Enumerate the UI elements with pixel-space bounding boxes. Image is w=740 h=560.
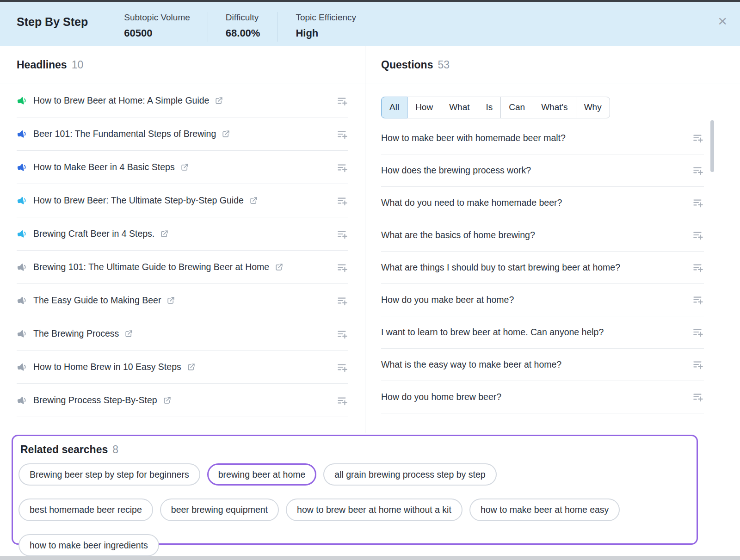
questions-count: 53 [438, 59, 450, 71]
headlines-list: How to Brew Beer at Home: A Simple Guide… [17, 84, 348, 417]
related-search-pill[interactable]: how to brew beer at home without a kit [286, 498, 462, 521]
headline-text[interactable]: The Brewing Process [33, 328, 119, 339]
question-row: How do you home brew beer? [381, 381, 704, 413]
related-search-pill[interactable]: beer brewing equipment [160, 498, 279, 521]
question-text: How do you home brew beer? [381, 392, 501, 402]
close-button[interactable]: × [716, 11, 729, 31]
headline-row: The Brewing Process [17, 317, 348, 351]
tab-can[interactable]: Can [500, 97, 533, 118]
question-text: How does the brewing process work? [381, 165, 531, 176]
headline-row: Beer 101: The Fundamental Steps of Brewi… [17, 117, 348, 151]
questions-scrollbar-thumb[interactable] [710, 120, 714, 172]
megaphone-icon [16, 128, 29, 141]
question-text: How do you make beer at home? [381, 295, 514, 305]
add-to-list-button[interactable] [336, 95, 348, 107]
question-text: What do you need to make homemade beer? [381, 197, 562, 208]
question-row: What do you need to make homemade beer? [381, 187, 704, 219]
tab-whats[interactable]: What's [533, 97, 576, 118]
external-link-icon[interactable] [275, 263, 284, 271]
headline-text[interactable]: Beer 101: The Fundamental Steps of Brewi… [33, 129, 216, 139]
related-search-pill[interactable]: brewing beer at home [207, 463, 317, 486]
tab-why[interactable]: Why [576, 97, 610, 118]
headline-text[interactable]: How to Home Brew in 10 Easy Steps [33, 362, 181, 372]
external-link-icon[interactable] [187, 363, 196, 371]
add-to-list-icon [692, 261, 704, 273]
question-row: I want to learn to brew beer at home. Ca… [381, 316, 704, 349]
questions-panel: Questions 53 All How What Is Can What's … [365, 46, 740, 433]
add-to-list-button[interactable] [692, 229, 704, 241]
external-link-icon[interactable] [166, 296, 175, 305]
add-to-list-button[interactable] [336, 361, 348, 373]
headline-row: The Easy Guide to Making Beer [17, 284, 348, 317]
add-to-list-button[interactable] [692, 358, 704, 370]
megaphone-icon [16, 228, 29, 240]
add-to-list-icon [336, 128, 348, 140]
external-link-icon[interactable] [124, 329, 133, 338]
question-row: What are things I should buy to start br… [381, 252, 704, 284]
external-link-icon[interactable] [215, 96, 223, 105]
question-row: How do you make beer at home? [381, 284, 704, 316]
add-to-list-button[interactable] [336, 228, 348, 240]
headline-text[interactable]: Brewing 101: The Ultimate Guide to Brewi… [33, 262, 269, 272]
headline-row: How to Home Brew in 10 Easy Steps [17, 351, 348, 384]
headline-text[interactable]: How to Make Beer in 4 Basic Steps [33, 162, 175, 172]
related-search-pill[interactable]: how to make beer at home easy [469, 498, 620, 521]
stat-subtopic-volume: Subtopic Volume 60500 [124, 12, 208, 42]
related-search-pill[interactable]: how to make beer ingredients [18, 534, 159, 556]
questions-title: Questions [381, 59, 433, 71]
add-to-list-button[interactable] [336, 295, 348, 307]
stat-label: Subtopic Volume [124, 12, 190, 24]
megaphone-icon [16, 294, 29, 307]
add-to-list-button[interactable] [692, 132, 704, 144]
add-to-list-icon [692, 132, 704, 144]
tab-how[interactable]: How [407, 97, 441, 118]
external-link-icon[interactable] [222, 129, 230, 138]
stat-value: 68.00% [226, 27, 260, 39]
headline-text[interactable]: Brewing Craft Beer in 4 Steps. [33, 228, 154, 239]
add-to-list-button[interactable] [336, 261, 348, 273]
add-to-list-icon [336, 95, 348, 107]
add-to-list-button[interactable] [692, 391, 704, 403]
add-to-list-button[interactable] [692, 261, 704, 273]
headline-text[interactable]: How to Brew Beer: The Ultimate Step-by-S… [33, 195, 244, 206]
headline-text[interactable]: The Easy Guide to Making Beer [33, 295, 161, 306]
add-to-list-icon [336, 394, 348, 406]
subtopic-stats: Subtopic Volume 60500 Difficulty 68.00% … [124, 12, 374, 42]
external-link-icon[interactable] [160, 229, 169, 238]
external-link-icon[interactable] [180, 163, 189, 172]
headline-row: Brewing 101: The Ultimate Guide to Brewi… [17, 251, 348, 284]
headlines-count: 10 [72, 59, 84, 71]
tab-all[interactable]: All [381, 97, 407, 118]
headline-row: How to Make Beer in 4 Basic Steps [17, 151, 348, 184]
add-to-list-button[interactable] [336, 328, 348, 340]
question-text: I want to learn to brew beer at home. Ca… [381, 327, 604, 338]
headline-text[interactable]: How to Brew Beer at Home: A Simple Guide [33, 95, 209, 106]
add-to-list-button[interactable] [692, 294, 704, 306]
external-link-icon[interactable] [249, 196, 258, 205]
related-search-pill[interactable]: all grain brewing process step by step [323, 463, 496, 486]
related-search-pill[interactable]: Brewing beer step by step for beginners [18, 463, 200, 486]
tab-what[interactable]: What [441, 97, 478, 118]
add-to-list-icon [692, 391, 704, 403]
add-to-list-button[interactable] [336, 128, 348, 140]
close-icon: × [718, 12, 727, 30]
add-to-list-button[interactable] [692, 164, 704, 176]
questions-area: All How What Is Can What's Why How to ma… [365, 84, 740, 413]
related-search-pill[interactable]: best homemade beer recipe [18, 498, 153, 521]
add-to-list-button[interactable] [336, 394, 348, 406]
add-to-list-button[interactable] [692, 197, 704, 209]
question-row: How does the brewing process work? [381, 154, 704, 187]
headline-text[interactable]: Brewing Process Step-By-Step [33, 395, 157, 406]
add-to-list-icon [692, 197, 704, 209]
headline-row: How to Brew Beer: The Ultimate Step-by-S… [17, 184, 348, 217]
megaphone-icon [16, 361, 29, 374]
headline-row: Brewing Process Step-By-Step [17, 384, 348, 417]
megaphone-icon [16, 94, 29, 107]
external-link-icon[interactable] [163, 396, 172, 405]
tab-is[interactable]: Is [478, 97, 501, 118]
add-to-list-button[interactable] [692, 326, 704, 338]
add-to-list-button[interactable] [336, 195, 348, 207]
add-to-list-button[interactable] [336, 161, 348, 173]
megaphone-icon [16, 161, 29, 174]
question-text: What are things I should buy to start br… [381, 262, 620, 273]
